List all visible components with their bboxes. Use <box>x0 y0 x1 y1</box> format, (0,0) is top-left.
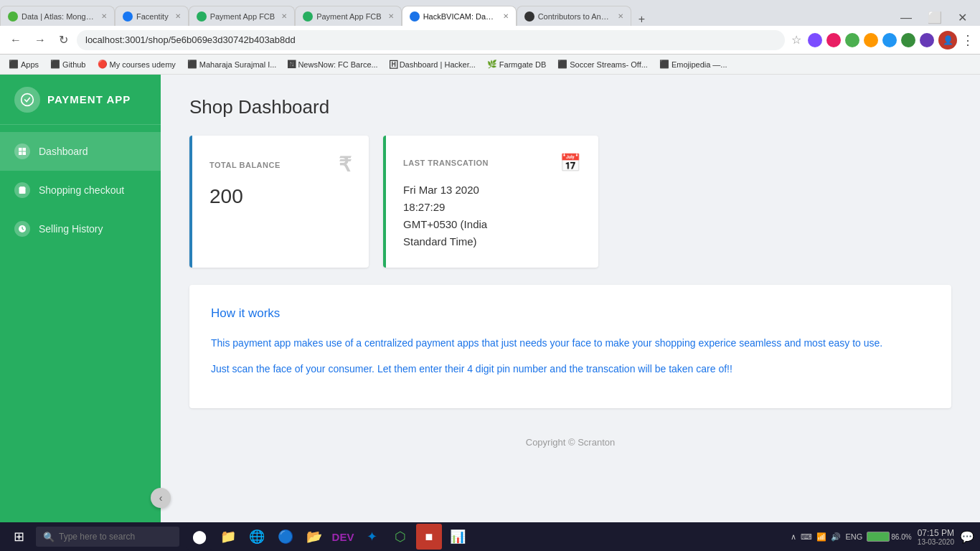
tab-favicon-3 <box>197 11 207 22</box>
calendar-icon: 📅 <box>560 153 582 173</box>
main-content: Shop Dashboard TOTAL BALANCE ₹ 200 LAST … <box>161 75 980 551</box>
extension-icon-4[interactable] <box>864 33 878 47</box>
bookmark-farmgate-icon: 🌿 <box>487 60 497 69</box>
tab-6[interactable]: Contributors to Anantr... ✕ <box>517 6 631 26</box>
logo-icon <box>14 87 40 113</box>
bookmark-newsnow-icon: 🅽 <box>288 60 296 69</box>
shopping-icon <box>14 182 30 198</box>
volume-icon[interactable]: 🔊 <box>831 532 841 542</box>
taskbar-apps: ⬤ 📁 🌐 🔵 📂 DEV ✦ ⬡ ■ 📊 <box>187 524 471 550</box>
close-button[interactable]: ✕ <box>951 9 974 26</box>
tab-4-close[interactable]: ✕ <box>388 12 394 20</box>
tab-4[interactable]: Payment App FCB ✕ <box>295 6 402 26</box>
taskbar-search-box[interactable]: 🔍 <box>36 527 179 547</box>
language-text: ENG <box>845 532 862 541</box>
bookmark-soccer-icon: ⬛ <box>557 60 567 69</box>
bookmark-apps[interactable]: ⬛ Apps <box>6 58 42 70</box>
taskbar-app-edge[interactable]: 🌐 <box>244 524 270 550</box>
bookmark-emojipedia[interactable]: ⬛ Emojipedia —... <box>656 58 730 70</box>
taskbar-app-cortana[interactable]: ⬤ <box>187 524 212 550</box>
tab-1[interactable]: Data | Atlas: MongoDB ✕ <box>0 6 115 26</box>
tab-5-close[interactable]: ✕ <box>503 12 509 20</box>
dashboard-icon <box>14 143 30 159</box>
bookmark-dashboard-icon: 🄷 <box>390 60 397 69</box>
tab-favicon-1 <box>8 11 18 22</box>
app-name: PAYMENT APP <box>47 93 131 105</box>
taskbar-app-files[interactable]: 📁 <box>215 524 241 550</box>
bookmark-star-icon[interactable]: ☆ <box>789 33 804 47</box>
clock-time: 07:15 PM <box>918 528 954 538</box>
bookmark-maharaja[interactable]: ⬛ Maharaja Surajmal I... <box>184 58 280 70</box>
taskbar-app-folder[interactable]: 📂 <box>301 524 327 550</box>
profile-icon[interactable]: 👤 <box>938 31 957 50</box>
minimize-button[interactable]: — <box>893 10 919 26</box>
clock-date: 13-03-2020 <box>918 538 954 546</box>
extension-icon-1[interactable] <box>808 33 822 47</box>
taskbar-app-chrome[interactable]: 🔵 <box>273 524 298 550</box>
battery-fill <box>868 533 885 540</box>
tab-2-close[interactable]: ✕ <box>175 12 181 20</box>
extension-icon-6[interactable] <box>901 33 915 47</box>
reload-button[interactable]: ↻ <box>55 30 72 50</box>
bookmark-soccer-label: Soccer Streams- Off... <box>570 60 648 69</box>
sidebar-item-dashboard[interactable]: Dashboard <box>0 132 161 171</box>
bookmark-udemy[interactable]: 🔴 My courses udemy <box>95 58 179 70</box>
sidebar-item-shopping-checkout[interactable]: Shopping checkout <box>0 171 161 209</box>
tab-bar: Data | Atlas: MongoDB ✕ Facentity ✕ Paym… <box>0 0 980 26</box>
app-container: PAYMENT APP Dashboard Shopping checkout … <box>0 75 980 551</box>
notification-icon[interactable]: 💬 <box>960 530 974 544</box>
logo-svg <box>20 93 34 107</box>
sidebar-nav: Dashboard Shopping checkout Selling Hist… <box>0 125 161 551</box>
bookmarks-bar: ⬛ Apps ⬛ Github 🔴 My courses udemy ⬛ Mah… <box>0 55 980 75</box>
taskbar-app-powerpoint[interactable]: 📊 <box>445 524 471 550</box>
bookmark-github[interactable]: ⬛ Github <box>47 58 88 70</box>
tab-2[interactable]: Facentity ✕ <box>115 6 189 26</box>
taskbar-app-terminal[interactable]: ■ <box>416 524 442 550</box>
system-icons: ∧ ⌨ 📶 🔊 ENG 86.0% <box>791 532 911 542</box>
tab-4-title: Payment App FCB <box>316 12 382 21</box>
balance-value: 200 <box>209 185 352 208</box>
extension-icon-7[interactable] <box>920 33 934 47</box>
copyright-text: Copyright © Scranton <box>526 437 615 448</box>
bookmark-newsnow[interactable]: 🅽 NewsNow: FC Barce... <box>285 59 380 70</box>
how-it-works-text2: Just scan the face of your consumer. Let… <box>211 361 930 378</box>
taskbar: ⊞ 🔍 ⬤ 📁 🌐 🔵 📂 DEV ✦ ⬡ ■ 📊 ∧ ⌨ 📶 🔊 ENG 86… <box>0 522 980 551</box>
tab-5[interactable]: HackBVICAM: Dashbo... ✕ <box>402 6 517 26</box>
sidebar-item-selling-history[interactable]: Selling History <box>0 209 161 248</box>
tab-favicon-2 <box>123 11 133 22</box>
extension-icon-2[interactable] <box>826 33 841 47</box>
menu-dots-icon[interactable]: ⋮ <box>961 32 974 48</box>
transaction-label: LAST TRANSCATION 📅 <box>403 153 581 173</box>
tab-1-close[interactable]: ✕ <box>101 12 107 20</box>
tab-6-title: Contributors to Anantr... <box>538 12 611 21</box>
bookmark-farmgate[interactable]: 🌿 Farmgate DB <box>484 58 549 70</box>
address-input[interactable] <box>77 30 785 50</box>
taskbar-search-input[interactable] <box>59 532 166 542</box>
taskbar-app-vscode[interactable]: ✦ <box>359 524 385 550</box>
taskbar-app-dev[interactable]: DEV <box>330 524 356 550</box>
forward-button[interactable]: → <box>30 31 50 50</box>
wifi-icon[interactable]: 📶 <box>816 532 826 542</box>
extension-icon-3[interactable] <box>845 33 859 47</box>
bookmark-apps-label: Apps <box>21 60 39 69</box>
restore-button[interactable]: ⬜ <box>920 9 949 26</box>
bookmark-emojipedia-icon: ⬛ <box>659 60 669 69</box>
bookmark-newsnow-label: NewsNow: FC Barce... <box>298 60 377 69</box>
history-icon <box>14 221 30 237</box>
bookmark-dashboard[interactable]: 🄷 Dashboard | Hacker... <box>387 59 479 70</box>
shopping-checkout-label: Shopping checkout <box>39 184 124 196</box>
tab-2-title: Facentity <box>136 12 169 21</box>
expand-icon[interactable]: ∧ <box>791 532 796 542</box>
tab-6-close[interactable]: ✕ <box>618 12 623 20</box>
tab-3[interactable]: Payment App FCB ✕ <box>189 6 296 26</box>
back-button[interactable]: ← <box>6 31 26 50</box>
start-button[interactable]: ⊞ <box>6 526 32 547</box>
bookmark-maharaja-label: Maharaja Surajmal I... <box>199 60 277 69</box>
bookmark-soccer[interactable]: ⬛ Soccer Streams- Off... <box>555 58 651 70</box>
tab-3-close[interactable]: ✕ <box>281 12 287 20</box>
taskbar-app-node[interactable]: ⬡ <box>387 524 413 550</box>
tab-favicon-6 <box>524 11 534 22</box>
new-tab-button[interactable]: + <box>631 13 652 26</box>
sidebar-toggle-button[interactable]: ‹ <box>151 488 171 508</box>
extension-icon-5[interactable] <box>882 33 897 47</box>
